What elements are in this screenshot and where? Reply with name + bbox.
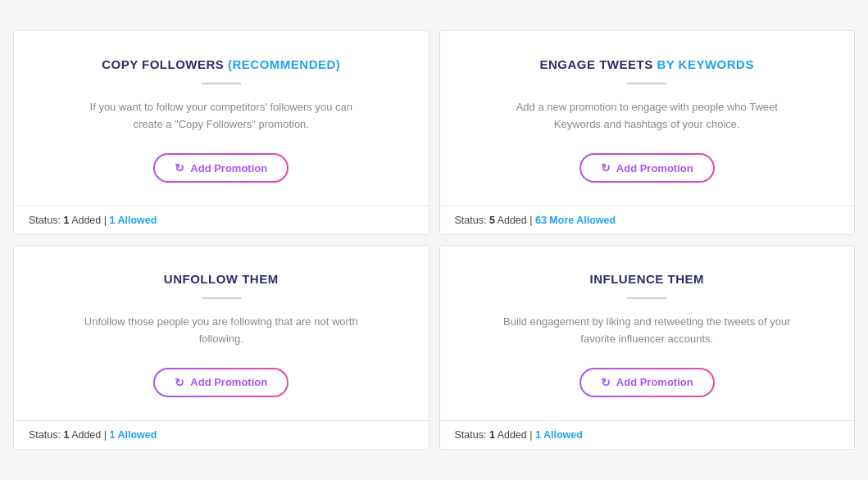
card-title-plain-copy-followers: COPY FOLLOWERS (102, 57, 228, 71)
status-added-number-engage-tweets: 5 (489, 215, 495, 226)
card-footer-engage-tweets: Status: 5 Added | 63 More Allowed (440, 206, 855, 234)
card-divider-unfollow-them (202, 297, 241, 299)
card-description-unfollow-them: Unfollow those people you are following … (74, 314, 369, 348)
status-added-number-influence-them: 1 (489, 429, 495, 441)
status-added-label-influence-them: Added | (495, 429, 535, 441)
card-title-plain-engage-tweets: ENGAGE TWEETS (540, 57, 657, 71)
status-allowed-link-engage-tweets[interactable]: 63 More Allowed (535, 215, 616, 226)
card-footer-unfollow-them: Status: 1 Added | 1 Allowed (14, 420, 429, 449)
card-body-unfollow-them: UNFOLLOW THEM Unfollow those people you … (14, 246, 429, 420)
status-allowed-link-influence-them[interactable]: 1 Allowed (535, 429, 583, 441)
card-title-highlight-engage-tweets: BY KEYWORDS (657, 57, 754, 71)
add-promotion-label-influence-them: Add Promotion (616, 376, 693, 388)
card-footer-copy-followers: Status: 1 Added | 1 Allowed (14, 206, 429, 234)
card-unfollow-them: UNFOLLOW THEM Unfollow those people you … (13, 245, 429, 450)
status-prefix-unfollow-them: Status: (29, 429, 63, 441)
card-copy-followers: COPY FOLLOWERS (RECOMMENDED) If you want… (13, 30, 429, 235)
status-allowed-link-unfollow-them[interactable]: 1 Allowed (109, 429, 157, 441)
card-title-plain-influence-them: INFLUENCE THEM (590, 272, 705, 286)
status-prefix-copy-followers: Status: (29, 215, 63, 226)
card-divider-engage-tweets (627, 83, 666, 84)
status-added-label-copy-followers: Added | (69, 215, 109, 226)
card-engage-tweets: ENGAGE TWEETS BY KEYWORDS Add a new prom… (439, 30, 856, 235)
card-body-engage-tweets: ENGAGE TWEETS BY KEYWORDS Add a new prom… (440, 31, 855, 206)
add-promotion-button-copy-followers[interactable]: ↻ Add Promotion (153, 153, 289, 183)
card-body-influence-them: INFLUENCE THEM Build engagement by likin… (440, 246, 855, 420)
add-icon-copy-followers: ↻ (175, 161, 184, 174)
card-title-influence-them: INFLUENCE THEM (590, 272, 705, 286)
card-title-engage-tweets: ENGAGE TWEETS BY KEYWORDS (540, 57, 754, 71)
add-icon-unfollow-them: ↻ (175, 376, 184, 389)
card-divider-copy-followers (202, 83, 241, 84)
status-added-label-engage-tweets: Added | (495, 215, 535, 226)
status-prefix-influence-them: Status: (455, 429, 489, 441)
card-divider-influence-them (627, 297, 666, 299)
promotion-grid: COPY FOLLOWERS (RECOMMENDED) If you want… (13, 30, 855, 449)
card-title-unfollow-them: UNFOLLOW THEM (164, 272, 279, 286)
add-promotion-button-unfollow-them[interactable]: ↻ Add Promotion (153, 368, 289, 397)
card-description-engage-tweets: Add a new promotion to engage with peopl… (499, 99, 794, 134)
add-icon-influence-them: ↻ (601, 376, 611, 389)
card-title-plain-unfollow-them: UNFOLLOW THEM (164, 272, 279, 286)
add-promotion-button-influence-them[interactable]: ↻ Add Promotion (579, 368, 715, 397)
card-body-copy-followers: COPY FOLLOWERS (RECOMMENDED) If you want… (14, 31, 429, 206)
add-icon-engage-tweets: ↻ (601, 161, 611, 174)
add-promotion-label-unfollow-them: Add Promotion (190, 376, 267, 388)
status-added-label-unfollow-them: Added | (69, 429, 109, 441)
status-allowed-link-copy-followers[interactable]: 1 Allowed (109, 215, 157, 226)
add-promotion-label-copy-followers: Add Promotion (190, 162, 267, 174)
card-influence-them: INFLUENCE THEM Build engagement by likin… (439, 245, 856, 450)
add-promotion-button-engage-tweets[interactable]: ↻ Add Promotion (579, 153, 715, 183)
status-prefix-engage-tweets: Status: (455, 215, 489, 226)
card-description-copy-followers: If you want to follow your competitors' … (74, 99, 369, 134)
card-title-highlight-copy-followers: (RECOMMENDED) (228, 57, 340, 71)
card-title-copy-followers: COPY FOLLOWERS (RECOMMENDED) (102, 57, 340, 71)
add-promotion-label-engage-tweets: Add Promotion (616, 162, 693, 174)
card-footer-influence-them: Status: 1 Added | 1 Allowed (440, 420, 855, 449)
card-description-influence-them: Build engagement by liking and retweetin… (499, 314, 794, 348)
